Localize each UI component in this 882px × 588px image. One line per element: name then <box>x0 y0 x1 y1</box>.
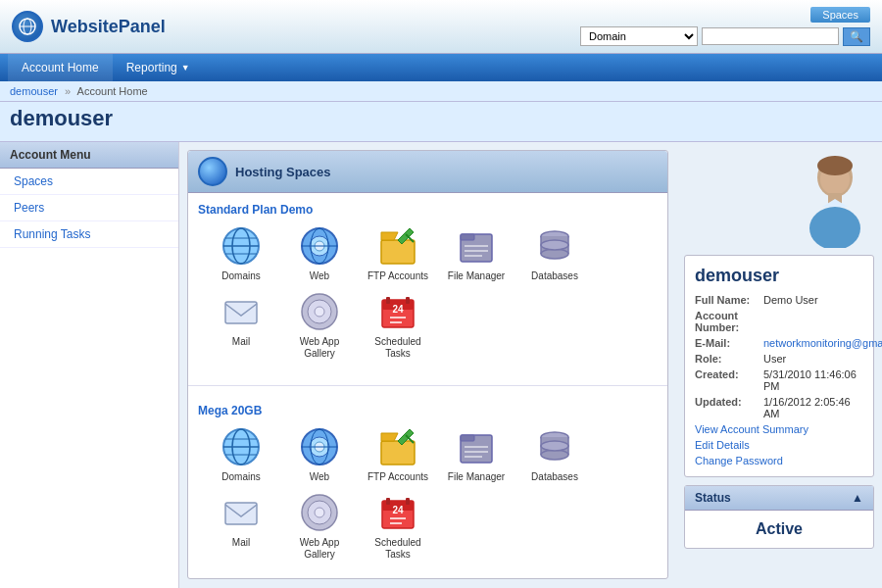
edit-details-link[interactable]: Edit Details <box>695 439 863 451</box>
icon-ftp-2[interactable]: FTP Accounts <box>365 425 431 483</box>
logo-text: WebsitePanel <box>51 17 166 37</box>
nav-account-home[interactable]: Account Home <box>8 54 113 81</box>
info-account-number: AccountNumber: <box>695 310 863 333</box>
icon-scheduledtasks-1[interactable]: 24 Scheduled Tasks <box>365 290 431 360</box>
icon-databases-2[interactable]: Databases <box>521 425 588 483</box>
status-label: Status <box>695 491 731 505</box>
domain-select[interactable]: Domain <box>580 26 698 46</box>
svg-rect-74 <box>406 498 410 505</box>
info-created: Created: 5/31/2010 11:46:06 PM <box>695 368 863 392</box>
svg-point-61 <box>541 441 568 451</box>
sidebar-item-peers[interactable]: Peers <box>0 195 178 221</box>
icon-mail-2[interactable]: Mail <box>208 491 274 561</box>
search-input[interactable] <box>702 27 839 45</box>
hosting-globe-icon <box>198 157 227 186</box>
svg-rect-54 <box>461 435 474 441</box>
nav-reporting[interactable]: Reporting ▼ <box>113 54 204 81</box>
search-row: Domain 🔍 <box>580 26 870 46</box>
search-button[interactable]: 🔍 <box>843 27 870 46</box>
icon-domains-1[interactable]: Domains <box>208 224 274 282</box>
navbar: Account Home Reporting ▼ <box>0 54 882 81</box>
avatar-container <box>684 150 874 251</box>
username-display: demouser <box>695 266 863 286</box>
svg-rect-73 <box>386 498 390 505</box>
svg-marker-14 <box>381 232 398 240</box>
right-panel: demouser Full Name: Demo User AccountNum… <box>676 142 882 588</box>
svg-rect-49 <box>381 441 415 465</box>
spaces-button[interactable]: Spaces <box>810 7 870 23</box>
icon-mail-1[interactable]: Mail <box>208 290 274 360</box>
icon-webappgallery-2[interactable]: Web App Gallery <box>286 491 353 561</box>
svg-point-31 <box>315 307 324 317</box>
space-section-1: Standard Plan Demo Domains <box>188 193 667 377</box>
status-header: Status ▲ <box>685 486 873 511</box>
breadcrumb-home[interactable]: demouser <box>10 85 58 97</box>
icon-web-2[interactable]: Web <box>286 425 353 483</box>
sidebar-item-running-tasks[interactable]: Running Tasks <box>0 221 178 248</box>
status-body: Active <box>685 511 873 548</box>
icon-filemanager-1[interactable]: File Manager <box>443 224 510 282</box>
icon-databases-1[interactable]: Databases <box>521 224 588 282</box>
sidebar-title: Account Menu <box>0 142 178 169</box>
logo: WebsitePanel <box>12 11 166 42</box>
hosting-panel-header: Hosting Spaces <box>188 151 667 193</box>
svg-marker-50 <box>381 433 398 441</box>
logo-icon <box>12 11 43 42</box>
breadcrumb-sep: » <box>65 85 71 97</box>
svg-point-77 <box>817 156 853 175</box>
icon-scheduledtasks-2[interactable]: 24 Scheduled Tasks <box>365 491 431 561</box>
svg-text:24: 24 <box>392 304 404 315</box>
svg-point-25 <box>541 240 568 250</box>
sidebar-item-spaces[interactable]: Spaces <box>0 169 178 195</box>
icon-web-1[interactable]: Web <box>286 224 353 282</box>
icon-ftp-1[interactable]: FTP Accounts <box>365 224 431 282</box>
space-title-2[interactable]: Mega 20GB <box>198 404 658 417</box>
status-card: Status ▲ Active <box>684 485 874 549</box>
svg-rect-37 <box>386 297 390 304</box>
svg-rect-28 <box>225 302 257 323</box>
svg-rect-64 <box>225 503 257 524</box>
breadcrumb: demouser » Account Home <box>0 81 882 102</box>
avatar <box>796 150 874 248</box>
icon-domains-2[interactable]: Domains <box>208 425 274 483</box>
content: Hosting Spaces Standard Plan Demo <box>179 142 676 588</box>
icons-row-2b: Mail Web App Gallery <box>198 491 658 561</box>
space-section-2: Mega 20GB Domains <box>188 394 667 578</box>
icons-row-1b: Mail Web App Gallery <box>198 290 658 360</box>
hosting-panel-title: Hosting Spaces <box>235 165 331 179</box>
status-value: Active <box>756 520 803 537</box>
sidebar: Account Menu Spaces Peers Running Tasks <box>0 142 179 588</box>
svg-rect-38 <box>406 297 410 304</box>
space-title-1[interactable]: Standard Plan Demo <box>198 203 658 217</box>
breadcrumb-current: Account Home <box>77 85 148 97</box>
user-info-card: demouser Full Name: Demo User AccountNum… <box>684 255 874 477</box>
info-role: Role: User <box>695 353 863 365</box>
svg-marker-80 <box>822 199 848 207</box>
icon-filemanager-2[interactable]: File Manager <box>443 425 510 483</box>
change-password-link[interactable]: Change Password <box>695 455 863 466</box>
icons-row-1a: Domains Web <box>198 224 658 282</box>
hosting-panel: Hosting Spaces Standard Plan Demo <box>187 150 668 579</box>
svg-rect-18 <box>461 234 474 240</box>
svg-point-78 <box>809 207 860 248</box>
info-fullname: Full Name: Demo User <box>695 294 863 306</box>
status-collapse-icon[interactable]: ▲ <box>852 491 863 505</box>
info-email: E-Mail: networkmonitoring@gmail.c... <box>695 337 863 349</box>
icons-row-2a: Domains Web <box>198 425 658 483</box>
page-title: demouser <box>0 102 882 142</box>
info-updated: Updated: 1/16/2012 2:05:46 AM <box>695 396 863 419</box>
view-account-summary-link[interactable]: View Account Summary <box>695 423 863 435</box>
icon-webappgallery-1[interactable]: Web App Gallery <box>286 290 353 360</box>
nav-arrow: ▼ <box>181 63 190 73</box>
svg-text:24: 24 <box>392 505 404 515</box>
svg-rect-13 <box>381 240 415 264</box>
svg-point-67 <box>315 508 324 517</box>
header-right: Spaces Domain 🔍 <box>580 7 870 46</box>
